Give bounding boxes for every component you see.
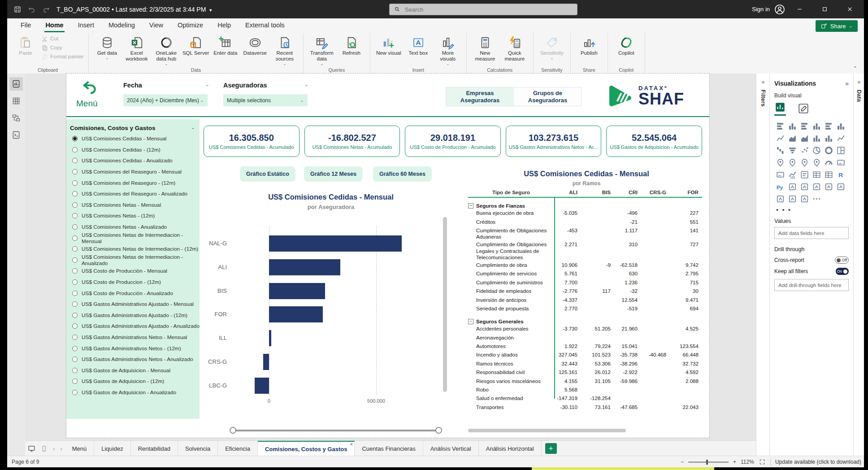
build-visual-mode-button[interactable]	[774, 101, 786, 116]
mobile-layout-icon[interactable]	[38, 441, 50, 456]
slicer-option[interactable]: US$ Comisiones Cedidas - Anualizado	[66, 155, 200, 166]
bar-chart-plot[interactable]: 0500.000NAL-GALIBISFORILLCRS-GLBC-G	[201, 226, 412, 414]
prev-page-arrow[interactable]: ‹	[50, 441, 57, 456]
search-box[interactable]	[389, 4, 577, 15]
save-icon[interactable]	[13, 5, 22, 13]
matrix-row[interactable]: Automotores1.92279.22415.041123.554	[468, 343, 702, 351]
metrics-visual-icon[interactable]	[835, 181, 847, 193]
matrix-row[interactable]: Responsabilidad civil125.16126.012-2.922…	[468, 369, 702, 377]
matrix-row[interactable]: Aeronavegación	[468, 334, 702, 343]
range-slider-right-handle[interactable]	[435, 427, 442, 434]
radio-button[interactable]	[72, 268, 78, 274]
card-visual-icon[interactable]	[835, 157, 847, 169]
update-available-link[interactable]: Update available (click to download)	[775, 459, 861, 465]
matrix-visual[interactable]: Tipo de SeguroALIBISCRICRS-GFOR −Seguros…	[468, 189, 702, 412]
data-pane-collapsed[interactable]: « Data	[853, 74, 864, 456]
radio-button[interactable]	[72, 213, 78, 218]
ribbon-button-copilot[interactable]: Copilot	[612, 35, 641, 57]
matrix-row[interactable]: Cumplimiento de obra10.906-9-62.5189.742	[468, 261, 702, 270]
more-visual-options[interactable]: • • •	[776, 206, 849, 213]
stacked-bar-visual-icon[interactable]	[774, 120, 786, 132]
clustered-column-visual-icon[interactable]	[811, 120, 823, 132]
kpi-card[interactable]: 52.545.064US$ Gastos de Adquisicion - Ac…	[606, 126, 702, 157]
area-visual-icon[interactable]	[786, 132, 799, 144]
slicer-option[interactable]: US$ Comisiones Netas - (12m)	[66, 210, 200, 222]
matrix-row[interactable]: Inversión de anticipos-4.33712.5549.471	[468, 296, 702, 305]
ribbon-button-more-visuals[interactable]: More visuals⌄	[433, 35, 463, 67]
arcgis-visual-icon[interactable]	[786, 193, 799, 205]
radio-button[interactable]	[72, 224, 78, 230]
data-bar[interactable]	[269, 306, 323, 322]
radio-button[interactable]	[72, 357, 78, 362]
model-view-button[interactable]	[9, 111, 23, 125]
desktop-layout-icon[interactable]	[25, 441, 38, 456]
collapse-visualizations-icon[interactable]: »	[845, 80, 849, 87]
radio-button[interactable]	[72, 180, 78, 186]
waterfall-visual-icon[interactable]	[774, 144, 786, 157]
matrix-row[interactable]: Cumplimiento de Obligaciones Aduaneras-4…	[468, 227, 702, 241]
ribbon-tab-modeling[interactable]: Modeling	[108, 18, 136, 31]
sign-in-button[interactable]: Sign in	[752, 4, 785, 15]
matrix-row[interactable]: Cumplimiento de Obligaciones Legales y C…	[468, 241, 702, 261]
fit-to-page-icon[interactable]	[759, 459, 766, 465]
data-bar[interactable]	[269, 283, 325, 299]
zoom-slider-thumb[interactable]	[706, 460, 708, 465]
matrix-row[interactable]: Seriedad de propuesta2.770-519694	[468, 305, 702, 313]
grupos-aseguradoras-button[interactable]: Grupos de Aseguradoras	[514, 87, 582, 106]
smart-narrative-visual-icon[interactable]	[823, 181, 835, 193]
ribbon-button-recent-sources[interactable]: Recent sources⌄	[270, 35, 299, 67]
report-page[interactable]: Menú Fecha ⌄ 2024 (Año) + Diciembre (Mes…	[66, 74, 709, 438]
fecha-dropdown[interactable]: 2024 (Año) + Diciembre (Mes) ⌄	[123, 94, 208, 106]
aseguradoras-collapse-chevron-icon[interactable]: ⌄	[304, 82, 308, 89]
range-slider-track[interactable]	[233, 430, 439, 431]
window-title[interactable]: T_BO_APS_00002 • Last saved: 2/3/2025 at…	[56, 6, 213, 13]
ribbon-button-new-visual[interactable]: New visual	[374, 35, 404, 57]
zoom-out-button[interactable]: −	[681, 459, 684, 465]
zoom-in-button[interactable]: +	[733, 459, 736, 465]
matrix-row[interactable]: Fidelidad de empleados-2.776117-3230	[468, 287, 702, 296]
qa-visual-icon[interactable]	[811, 181, 823, 193]
bar-chart-scrollbar[interactable]	[443, 217, 447, 392]
aseguradoras-filter-header[interactable]: Aseguradoras ⌄	[223, 82, 308, 89]
ribbon-tab-external-tools[interactable]: External tools	[244, 18, 286, 31]
slicer-option[interactable]: US$ Comisiones del Reaseguro - Anualizad…	[66, 188, 200, 200]
expand-data-icon[interactable]: «	[854, 79, 864, 85]
matrix-row[interactable]: Créditos-21551	[468, 218, 702, 226]
radio-button[interactable]	[72, 368, 78, 373]
cross-report-toggle[interactable]: Off	[835, 257, 849, 264]
decomposition-tree-visual-icon[interactable]	[786, 181, 799, 193]
close-button[interactable]	[847, 6, 860, 12]
slicer-collapse-chevron-icon[interactable]: ⌄	[191, 125, 195, 131]
matrix-group-row[interactable]: −Seguros de Fianzas	[468, 202, 702, 209]
keep-all-filters-toggle[interactable]: On	[836, 268, 849, 275]
ribbon-tab-view[interactable]: View	[148, 18, 164, 31]
page-tab-an-lisis-vertical[interactable]: Análisis Vertical	[423, 441, 479, 456]
fecha-collapse-chevron-icon[interactable]: ⌄	[205, 82, 209, 89]
scatter-visual-icon[interactable]	[799, 144, 811, 157]
matrix-row[interactable]: Incendio y aliados327.045101.523-35.738-…	[468, 351, 702, 360]
matrix-row[interactable]: Transportes-30.11073.161-47.68522.043	[468, 404, 702, 412]
slicer-option[interactable]: US$ Comisiones Cedidas - (12m)	[66, 144, 200, 156]
empresas-aseguradoras-button[interactable]: Empresas Aseguradoras	[446, 87, 514, 106]
line-visual-icon[interactable]	[774, 132, 786, 144]
data-bar[interactable]	[269, 330, 271, 346]
menu-back-button[interactable]	[80, 79, 100, 97]
radio-button[interactable]	[72, 191, 78, 196]
dax-query-view-button[interactable]	[9, 128, 23, 142]
paginated-report-visual-icon[interactable]	[774, 193, 786, 205]
radio-button[interactable]	[72, 313, 78, 318]
matrix-row[interactable]: Riesgos varios misceláneos4.15531.105-59…	[468, 377, 702, 386]
radio-button[interactable]	[72, 379, 78, 384]
chart-mode-button-gr-fico-12-meses[interactable]: Gráfico 12 Meses	[304, 166, 363, 182]
line-stacked-column-visual-icon[interactable]	[811, 132, 823, 144]
matrix-row[interactable]: Accidentes personales-3.73051.20521.9604…	[468, 325, 702, 334]
matrix-row[interactable]: Salud o enfermedad-147.319-128.254	[468, 395, 702, 403]
matrix-visual-icon[interactable]	[823, 169, 835, 181]
kpi-card[interactable]: 16.305.850US$ Comisiones Cedidas - Acumu…	[204, 126, 299, 157]
treemap-visual-icon[interactable]	[835, 144, 847, 157]
page-tab-liquidez[interactable]: Liquidez	[94, 441, 130, 456]
slicer-option[interactable]: US$ Costo de Produccion - (12m)	[66, 277, 200, 288]
chart-mode-button-gr-fico-60-meses[interactable]: Gráfico 60 Meses	[373, 166, 432, 182]
multirow-card-visual-icon[interactable]	[774, 169, 786, 181]
search-input[interactable]	[404, 6, 558, 13]
